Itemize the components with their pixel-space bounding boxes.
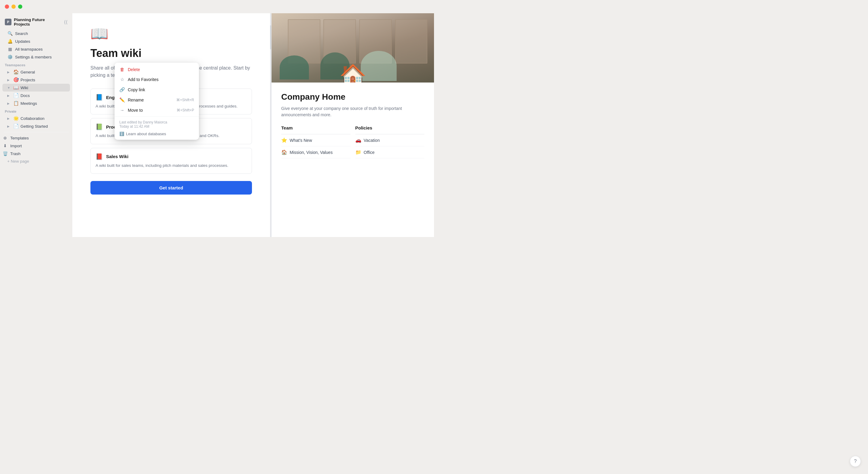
team-column-header: Team bbox=[281, 125, 350, 134]
getting-started-label: Getting Started bbox=[21, 124, 48, 129]
chevron-icon: ▶ bbox=[7, 125, 11, 128]
context-menu-delete[interactable]: 🗑 Delete bbox=[115, 64, 199, 74]
context-menu-copy-link[interactable]: 🔗 Copy link bbox=[115, 84, 199, 95]
workspace-header[interactable]: P Planning Future Projects ⟨⟨ bbox=[2, 16, 70, 28]
sales-wiki-icon: 📕 bbox=[96, 153, 103, 160]
collaboration-icon: 🌟 bbox=[13, 116, 19, 121]
template-card-sales[interactable]: 📕 Sales Wiki A wiki built for sales team… bbox=[90, 148, 252, 174]
get-started-button[interactable]: Get started bbox=[90, 181, 252, 195]
learn-label: Learn about databases bbox=[126, 132, 166, 136]
chevron-icon: ▼ bbox=[7, 86, 11, 90]
delete-label: Delete bbox=[128, 67, 140, 72]
office-label: Office bbox=[364, 150, 375, 155]
import-icon: ⬇ bbox=[2, 143, 8, 148]
teamspaces-section-label: Teamspaces bbox=[0, 61, 72, 68]
general-label: General bbox=[21, 70, 35, 74]
app-container: P Planning Future Projects ⟨⟨ 🔍 Search 🔔… bbox=[0, 13, 434, 237]
chevron-icon: ▶ bbox=[7, 94, 11, 97]
chevron-icon: ▶ bbox=[7, 70, 11, 74]
private-section-label: Private bbox=[0, 107, 72, 114]
sales-wiki-title: Sales Wiki bbox=[106, 154, 128, 159]
sidebar-item-import[interactable]: ⬇ Import bbox=[0, 142, 72, 150]
close-button[interactable] bbox=[5, 4, 9, 9]
sidebar-item-all-teamspaces[interactable]: ▦ All teamspaces bbox=[2, 45, 70, 53]
templates-label: Templates bbox=[10, 136, 29, 140]
move-to-label: Move to bbox=[128, 108, 143, 113]
new-page-button[interactable]: + New page bbox=[2, 158, 70, 165]
sidebar-item-docs[interactable]: ▶ 📄 Docs bbox=[2, 92, 70, 99]
wiki-book-icon: 📖 bbox=[90, 25, 252, 42]
sidebar-settings-label: Settings & members bbox=[15, 55, 52, 59]
team-item-mission[interactable]: 🏠 Mission, Vision, Values bbox=[281, 146, 350, 159]
templates-icon: ⊕ bbox=[2, 136, 8, 140]
sidebar-item-trash[interactable]: 🗑️ Trash bbox=[0, 150, 72, 158]
sidebar-item-general[interactable]: ▶ 🏠 General bbox=[2, 68, 70, 76]
sidebar-item-collaboration[interactable]: ▶ 🌟 Collaboration bbox=[2, 114, 70, 122]
context-menu-footer: Last edited by Danny Maiorca Today at 11… bbox=[115, 118, 199, 130]
sidebar-teamspaces-label: All teamspaces bbox=[15, 47, 43, 52]
team-item-whats-new[interactable]: ⭐ What's New bbox=[281, 134, 350, 146]
move-to-shortcut: ⌘+Shift+P bbox=[177, 108, 194, 112]
policies-item-vacation[interactable]: 🚗 Vacation bbox=[355, 134, 425, 146]
sidebar-item-settings[interactable]: ⚙️ Settings & members bbox=[2, 53, 70, 61]
sidebar-updates-label: Updates bbox=[15, 39, 30, 44]
mission-label: Mission, Vision, Values bbox=[290, 150, 333, 155]
last-edited-by: Last edited by Danny Maiorca bbox=[119, 120, 167, 124]
title-bar bbox=[0, 0, 434, 13]
copy-link-label: Copy link bbox=[128, 87, 145, 92]
sidebar-top: P Planning Future Projects ⟨⟨ bbox=[0, 16, 72, 28]
preview-columns: Team ⭐ What's New 🏠 Mission, Vision, Val… bbox=[281, 125, 424, 159]
engineering-wiki-icon: 📘 bbox=[96, 94, 103, 101]
sidebar-item-getting-started[interactable]: ▶ 📄 Getting Started bbox=[2, 122, 70, 130]
sidebar-divider bbox=[4, 132, 69, 132]
home-icon: 🏠 bbox=[281, 149, 287, 155]
sidebar-item-wiki[interactable]: ▼ 📖 Wiki bbox=[2, 84, 70, 92]
main-content: 📖 Team wiki Share all of your team's imp… bbox=[72, 13, 434, 237]
chair-1 bbox=[280, 56, 309, 79]
getting-started-icon: 📄 bbox=[13, 124, 19, 129]
context-menu-move-to[interactable]: → Move to ⌘+Shift+P bbox=[115, 105, 199, 115]
delete-icon: 🗑 bbox=[119, 67, 125, 72]
preview-content: Company Home Give everyone at your compa… bbox=[272, 82, 434, 159]
sidebar-search-label: Search bbox=[15, 31, 28, 36]
sidebar-item-templates[interactable]: ⊕ Templates bbox=[0, 134, 72, 142]
meetings-label: Meetings bbox=[21, 101, 37, 106]
move-icon: → bbox=[119, 107, 125, 113]
docs-label: Docs bbox=[21, 93, 30, 98]
settings-icon: ⚙️ bbox=[7, 55, 13, 59]
car-icon: 🚗 bbox=[355, 137, 361, 143]
rename-icon: ✏️ bbox=[119, 97, 125, 103]
context-menu-divider bbox=[115, 116, 199, 116]
wiki-label: Wiki bbox=[21, 86, 28, 90]
preview-policies-column: Policies 🚗 Vacation 📁 Office bbox=[355, 125, 425, 159]
sidebar-item-projects[interactable]: ▶ 🎯 Projects bbox=[2, 76, 70, 84]
collapse-sidebar-icon[interactable]: ⟨⟨ bbox=[64, 19, 67, 25]
rename-label: Rename bbox=[128, 98, 144, 102]
policies-item-office[interactable]: 📁 Office bbox=[355, 146, 425, 159]
window-4 bbox=[395, 19, 428, 64]
maximize-button[interactable] bbox=[18, 4, 22, 9]
trash-label: Trash bbox=[10, 151, 21, 156]
wiki-title: Team wiki bbox=[90, 47, 252, 60]
docs-icon: 📄 bbox=[13, 93, 19, 98]
preview-description: Give everyone at your company one source… bbox=[281, 105, 424, 118]
folder-icon: 📁 bbox=[355, 149, 361, 155]
context-menu-rename[interactable]: ✏️ Rename ⌘+Shift+R bbox=[115, 95, 199, 105]
chevron-icon: ▶ bbox=[7, 117, 11, 120]
teamspaces-icon: ▦ bbox=[7, 47, 13, 52]
learn-about-databases-link[interactable]: ℹ️ Learn about databases bbox=[115, 130, 199, 138]
sidebar-item-updates[interactable]: 🔔 Updates bbox=[2, 37, 70, 45]
star-icon: ⭐ bbox=[281, 137, 287, 143]
sidebar-item-search[interactable]: 🔍 Search bbox=[2, 30, 70, 37]
product-wiki-icon: 📗 bbox=[96, 123, 103, 130]
template-card-sales-header: 📕 Sales Wiki bbox=[96, 153, 247, 160]
updates-icon: 🔔 bbox=[7, 39, 13, 44]
minimize-button[interactable] bbox=[11, 4, 16, 9]
traffic-lights bbox=[5, 4, 22, 9]
sidebar-item-meetings[interactable]: ▶ 📋 Meetings bbox=[2, 99, 70, 107]
meetings-icon: 📋 bbox=[13, 101, 19, 106]
preview-panel: 🏠 Company Home Give everyone at your com… bbox=[271, 13, 434, 237]
import-label: Import bbox=[10, 144, 22, 148]
context-menu-add-favorites[interactable]: ☆ Add to Favorites bbox=[115, 74, 199, 84]
sales-wiki-desc: A wiki built for sales teams, including … bbox=[96, 163, 247, 169]
